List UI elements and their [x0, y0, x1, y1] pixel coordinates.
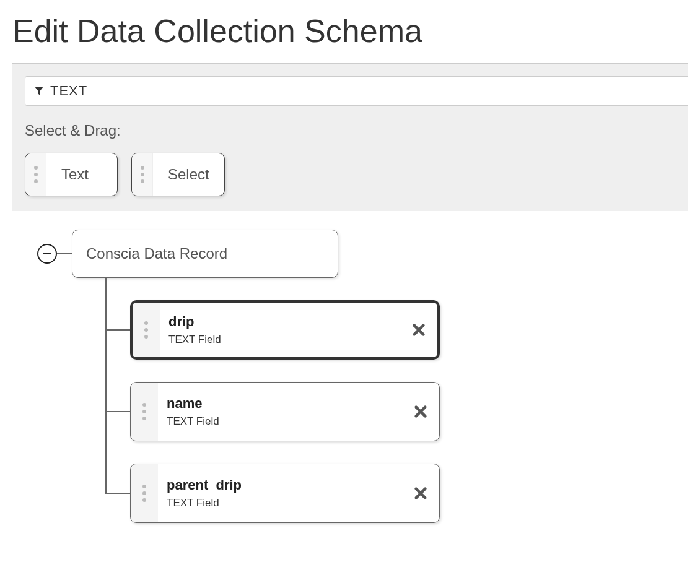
drag-handle-icon[interactable]	[132, 153, 153, 196]
collapse-toggle[interactable]	[37, 244, 57, 264]
remove-field-button[interactable]	[402, 464, 439, 522]
section-label: Select & Drag:	[25, 122, 688, 139]
schema-tree: Conscia Data Record drip TEXT Field	[12, 211, 688, 523]
filter-input[interactable]: TEXT	[25, 76, 688, 106]
tree-connector	[105, 493, 130, 494]
drag-handle-icon[interactable]	[133, 303, 160, 357]
field-type: TEXT Field	[167, 415, 402, 428]
close-icon	[414, 486, 427, 500]
chip-text[interactable]: Text	[25, 153, 118, 196]
field-type: TEXT Field	[167, 497, 402, 509]
field-node-name[interactable]: name TEXT Field	[130, 382, 440, 441]
drag-handle-icon[interactable]	[25, 153, 46, 196]
close-icon	[414, 405, 427, 418]
field-name: parent_drip	[167, 477, 402, 493]
tree-connector	[57, 253, 72, 254]
filter-icon	[34, 86, 44, 96]
remove-field-button[interactable]	[402, 383, 439, 441]
chip-row: Text Select	[25, 153, 688, 196]
field-type-panel: TEXT Select & Drag: Text Select	[12, 63, 688, 211]
drag-handle-icon[interactable]	[131, 383, 158, 441]
filter-value: TEXT	[50, 83, 87, 99]
root-node[interactable]: Conscia Data Record	[72, 230, 338, 278]
field-node-parent-drip[interactable]: parent_drip TEXT Field	[130, 464, 440, 523]
field-name: name	[167, 396, 402, 412]
remove-field-button[interactable]	[400, 303, 437, 357]
minus-icon	[43, 253, 51, 254]
field-node-drip[interactable]: drip TEXT Field	[130, 300, 440, 360]
field-type: TEXT Field	[168, 334, 400, 346]
tree-connector	[105, 329, 130, 331]
page-title: Edit Data Collection Schema	[12, 12, 688, 50]
chip-select[interactable]: Select	[131, 153, 225, 196]
chip-label: Text	[46, 153, 103, 196]
tree-connector	[105, 411, 130, 412]
close-icon	[412, 323, 426, 337]
field-name: drip	[168, 314, 400, 330]
drag-handle-icon[interactable]	[131, 464, 158, 522]
chip-label: Select	[153, 153, 224, 196]
